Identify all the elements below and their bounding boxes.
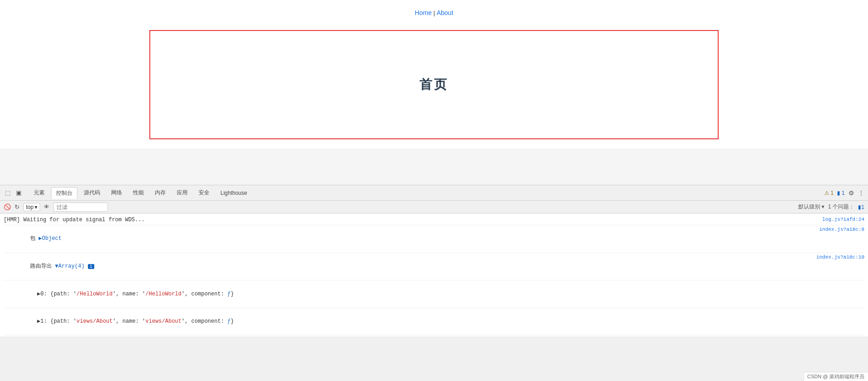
warning-badge[interactable]: ⚠ 1 bbox=[824, 190, 834, 196]
main-content: 首页 bbox=[0, 21, 868, 148]
console-line: 包 ▶Object index.js?a18c:8 bbox=[4, 225, 864, 253]
error-icon: ▮ bbox=[837, 190, 840, 196]
more-options-icon[interactable]: ⋮ bbox=[858, 189, 864, 197]
devtools-right-controls: ⚠ 1 ▮ 1 ⚙ ⋮ bbox=[824, 189, 864, 197]
console-toolbar: 🚫 ↻ top ▾ 👁 默认级别 ▾ 1 个问题： ▮1 bbox=[0, 201, 868, 213]
console-line-text: [HMR] Waiting for update signal from WDS… bbox=[4, 216, 782, 224]
issues-count[interactable]: ▮1 bbox=[858, 204, 864, 210]
browser-page: Home | About 首页 bbox=[0, 0, 868, 185]
console-line: 路由导出 ▼Array(4) i index.js?a18c:10 bbox=[4, 253, 864, 281]
console-line: [HMR] Waiting for update signal from WDS… bbox=[4, 215, 864, 225]
tab-network[interactable]: 网络 bbox=[107, 187, 127, 198]
tab-performance[interactable]: 性能 bbox=[128, 187, 148, 198]
tab-application[interactable]: 应用 bbox=[172, 187, 192, 198]
error-badge[interactable]: ▮ 1 bbox=[837, 190, 845, 196]
warning-count: 1 bbox=[831, 190, 834, 196]
console-line: ▶0: {path: '/HelloWorld', name: '/HelloW… bbox=[4, 280, 864, 308]
console-right-controls: 默认级别 ▾ 1 个问题： ▮1 bbox=[798, 203, 864, 211]
devtools-panel: ⬚ ▣ 元素 控制台 源代码 网络 性能 内存 应用 安全 Lighthouse… bbox=[0, 185, 868, 336]
devtools-inspect-icon[interactable]: ⬚ bbox=[4, 189, 12, 197]
error-count: 1 bbox=[842, 190, 845, 196]
warning-icon: ⚠ bbox=[824, 190, 829, 196]
tab-sources[interactable]: 源代码 bbox=[79, 187, 105, 198]
context-dropdown[interactable]: top ▾ bbox=[23, 203, 40, 211]
console-line-text: 包 ▶Object bbox=[4, 226, 782, 252]
console-line-text: 路由导出 ▼Array(4) i bbox=[4, 254, 782, 280]
csdn-footer-text: CSDN @ 菜鸡前端程序员 bbox=[807, 374, 864, 379]
clear-console-icon[interactable]: 🚫 bbox=[4, 203, 11, 210]
console-line: ▶1: {path: 'views/About', name: 'views/A… bbox=[4, 308, 864, 336]
console-content: [HMR] Waiting for update signal from WDS… bbox=[0, 213, 868, 336]
dropdown-arrow-icon: ▾ bbox=[35, 204, 37, 210]
home-link[interactable]: Home bbox=[415, 9, 432, 16]
router-view: 首页 bbox=[149, 30, 719, 139]
filter-input[interactable] bbox=[53, 203, 108, 212]
tab-memory[interactable]: 内存 bbox=[150, 187, 170, 198]
context-label: top bbox=[26, 204, 34, 210]
console-line-file[interactable]: log.js?1afd:24 bbox=[782, 216, 864, 224]
devtools-toolbar: ⬚ ▣ 元素 控制台 源代码 网络 性能 内存 应用 安全 Lighthouse… bbox=[0, 185, 868, 201]
tab-security[interactable]: 安全 bbox=[194, 187, 214, 198]
console-line-file[interactable]: index.js?a18c:10 bbox=[782, 254, 864, 262]
console-line: ▶2: {path: 'views/Home', name: 'views/Ho… bbox=[4, 335, 864, 336]
settings-icon[interactable]: ⚙ bbox=[848, 189, 854, 197]
collapse-icon[interactable]: ↻ bbox=[15, 203, 20, 210]
devtools-icons: ⬚ ▣ bbox=[4, 189, 23, 197]
nav-separator: | bbox=[434, 10, 435, 16]
csdn-footer: CSDN @ 菜鸡前端程序员 bbox=[803, 372, 868, 381]
tab-lighthouse[interactable]: Lighthouse bbox=[216, 188, 252, 198]
eye-icon[interactable]: 👁 bbox=[44, 203, 50, 210]
spacer bbox=[0, 148, 868, 185]
page-title: 首页 bbox=[419, 76, 449, 93]
issues-label: 1 个问题： bbox=[828, 203, 854, 211]
nav-bar: Home | About bbox=[0, 0, 868, 21]
about-link[interactable]: About bbox=[437, 9, 454, 16]
console-line-text: ▶0: {path: '/HelloWorld', name: '/HelloW… bbox=[11, 281, 864, 307]
default-level-dropdown[interactable]: 默认级别 ▾ bbox=[798, 203, 824, 211]
devtools-device-icon[interactable]: ▣ bbox=[15, 189, 23, 197]
console-line-text: ▶1: {path: 'views/About', name: 'views/A… bbox=[11, 309, 864, 335]
tab-elements[interactable]: 元素 bbox=[29, 187, 49, 198]
console-line-file[interactable]: index.js?a18c:8 bbox=[782, 226, 864, 234]
tab-console[interactable]: 控制台 bbox=[51, 187, 77, 199]
console-line-text: ▶2: {path: 'views/Home', name: 'views/Ho… bbox=[11, 336, 864, 336]
